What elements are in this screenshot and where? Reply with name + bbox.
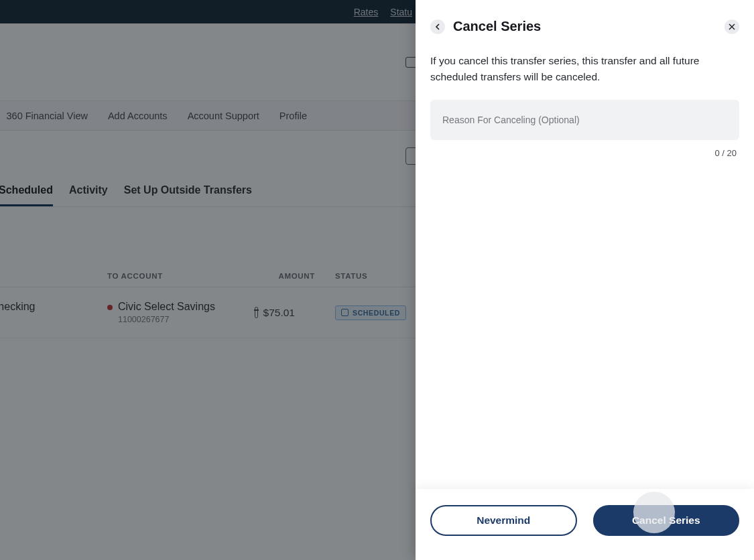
reason-input[interactable] <box>442 115 727 125</box>
back-button[interactable] <box>430 19 445 34</box>
close-icon <box>729 23 735 30</box>
nevermind-button[interactable]: Nevermind <box>430 505 577 536</box>
panel-message: If you cancel this transfer series, this… <box>430 53 739 85</box>
close-button[interactable] <box>725 19 739 34</box>
chevron-left-icon <box>435 23 440 30</box>
cancel-series-button[interactable]: Cancel Series <box>593 505 740 536</box>
cancel-series-panel: Cancel Series If you cancel this transfe… <box>416 0 754 560</box>
char-counter: 0 / 20 <box>430 147 739 160</box>
panel-title: Cancel Series <box>453 19 541 34</box>
reason-input-wrap[interactable] <box>430 100 739 140</box>
